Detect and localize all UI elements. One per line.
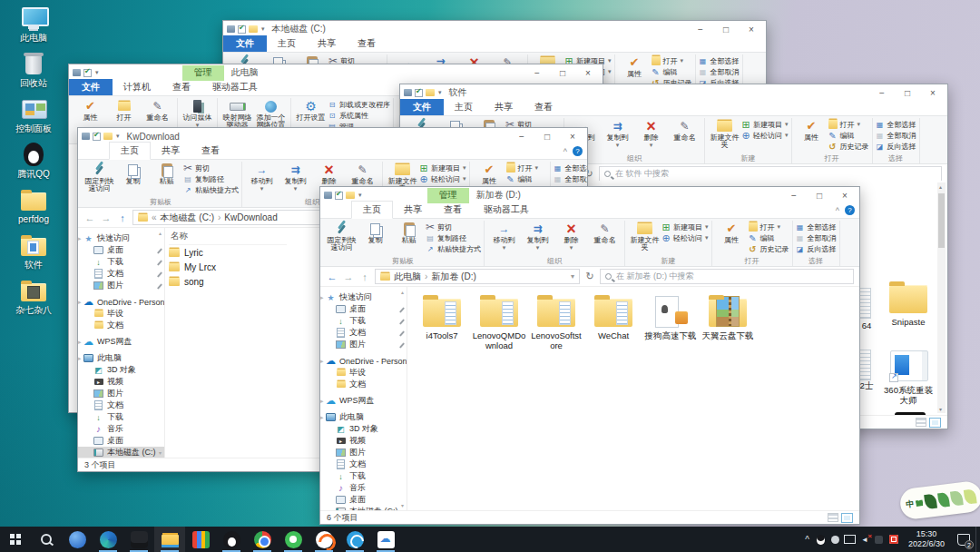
- show-desktop-button[interactable]: [975, 527, 980, 552]
- ribbon-button[interactable]: 删除: [554, 221, 588, 251]
- taskbar-app-button[interactable]: [309, 527, 339, 552]
- nav-item[interactable]: WPS网盘: [78, 336, 164, 348]
- up-button[interactable]: ↑: [358, 271, 371, 282]
- nav-item[interactable]: 毕设: [320, 367, 407, 379]
- nav-item[interactable]: 文档: [320, 327, 407, 339]
- nav-item[interactable]: 文档: [320, 458, 407, 470]
- ribbon-menu-item[interactable]: 全部选择: [554, 163, 587, 173]
- nav-item[interactable]: 快速访问: [320, 291, 407, 303]
- ribbon-button[interactable]: 属性: [618, 54, 652, 78]
- taskbar-search-button[interactable]: [31, 527, 62, 552]
- ribbon-button[interactable]: 重命名: [668, 118, 701, 149]
- details-view-icon[interactable]: [828, 513, 838, 522]
- column-header-name[interactable]: 名称: [169, 228, 287, 245]
- taskbar-app-button[interactable]: [370, 527, 401, 552]
- close-button[interactable]: ×: [560, 129, 585, 144]
- taskbar-app-button[interactable]: [123, 527, 154, 552]
- file-item[interactable]: LenovoQMDownload: [472, 294, 526, 351]
- close-button[interactable]: ×: [739, 22, 764, 37]
- sidebar-scrollbar[interactable]: [399, 287, 407, 510]
- ribbon-tab[interactable]: 主页: [267, 35, 307, 52]
- ribbon-button[interactable]: 复制到: [521, 221, 554, 251]
- nav-item[interactable]: 下载: [78, 256, 164, 268]
- ribbon-button[interactable]: 固定到快速访问: [325, 221, 358, 252]
- minimize-button[interactable]: −: [869, 85, 895, 101]
- chevron-down-icon[interactable]: ▾: [261, 25, 265, 33]
- ribbon-button[interactable]: 属性: [715, 221, 749, 244]
- ribbon-button[interactable]: 新建文件夹: [708, 118, 741, 150]
- taskbar-app-button[interactable]: [339, 527, 370, 552]
- close-button[interactable]: ×: [832, 188, 858, 203]
- chevron-down-icon[interactable]: ▾: [358, 192, 362, 199]
- back-button[interactable]: ←: [83, 212, 96, 223]
- quick-access-toolbar[interactable]: ▾: [324, 192, 362, 200]
- ribbon-menu-item[interactable]: 打开: [749, 222, 789, 232]
- taskbar-app-button[interactable]: [185, 527, 216, 552]
- ribbon-tab[interactable]: 查看: [524, 99, 564, 115]
- search-input[interactable]: 在 新加卷 (D:) 中搜索: [600, 269, 854, 284]
- file-item[interactable]: [858, 350, 871, 380]
- tray-icon[interactable]: [858, 527, 872, 552]
- tray-icon[interactable]: [843, 527, 858, 552]
- taskbar-app-button[interactable]: [154, 527, 185, 552]
- ribbon-tab[interactable]: 查看: [433, 202, 473, 218]
- taskbar-clock[interactable]: 15:30 2022/6/30: [901, 529, 952, 550]
- ribbon-tab[interactable]: 查看: [191, 143, 230, 159]
- ribbon-menu-item[interactable]: 系统属性: [328, 110, 390, 121]
- ribbon-menu-item[interactable]: 轻松访问: [662, 232, 709, 243]
- ribbon-tab[interactable]: 主页: [351, 201, 393, 219]
- maximize-button[interactable]: □: [895, 85, 920, 101]
- nav-item[interactable]: 桌面: [320, 494, 407, 506]
- nav-item[interactable]: OneDrive - Personal: [320, 355, 407, 367]
- nav-item[interactable]: 本地磁盘 (C:): [78, 447, 164, 458]
- ribbon-tab[interactable]: 主页: [109, 142, 151, 160]
- ribbon-menu-item[interactable]: 编辑: [828, 130, 869, 141]
- tray-icon[interactable]: [828, 527, 843, 552]
- ribbon-tab[interactable]: 共享: [151, 143, 191, 159]
- nav-item[interactable]: 文档: [320, 379, 407, 390]
- ribbon-menu-item[interactable]: 全部选择: [796, 222, 837, 232]
- chevron-down-icon[interactable]: ▾: [95, 69, 99, 76]
- ribbon-button[interactable]: 访问媒体: [181, 98, 214, 129]
- nav-item[interactable]: 此电脑: [78, 352, 164, 364]
- nav-item[interactable]: 图片: [78, 280, 164, 291]
- desktop-icon[interactable]: 控制面板: [4, 96, 64, 133]
- nav-item[interactable]: 图片: [320, 447, 407, 458]
- desktop-icon[interactable]: 软件: [4, 232, 64, 270]
- ribbon-tab[interactable]: 文件: [400, 99, 444, 115]
- ribbon-button[interactable]: 固定到快速访问: [83, 162, 116, 193]
- breadcrumb-overflow[interactable]: «: [152, 212, 157, 222]
- chevron-down-icon[interactable]: ▾: [116, 133, 120, 140]
- forward-button[interactable]: →: [100, 212, 113, 223]
- file-item[interactable]: Snipaste: [879, 281, 937, 328]
- desktop-icon[interactable]: 杂七杂八: [4, 278, 64, 315]
- nav-item[interactable]: 此电脑: [320, 411, 407, 423]
- nav-item[interactable]: 3D 对象: [320, 423, 407, 435]
- minimize-button[interactable]: −: [781, 188, 807, 203]
- vertical-scrollbar[interactable]: [937, 182, 946, 413]
- manage-contextual-tab[interactable]: 管理: [427, 188, 469, 203]
- nav-item[interactable]: 文档: [78, 268, 164, 280]
- ribbon-button[interactable]: 移动到: [487, 221, 521, 251]
- ribbon-button[interactable]: 复制到: [601, 118, 634, 149]
- ribbon-menu-item[interactable]: 粘贴快捷方式: [183, 184, 239, 195]
- ribbon-menu-item[interactable]: 卸载或更改程序: [328, 99, 390, 110]
- thumbnail-view-icon[interactable]: [841, 513, 853, 523]
- close-button[interactable]: ×: [575, 65, 601, 81]
- forward-button[interactable]: →: [342, 271, 355, 282]
- ribbon-tab[interactable]: 文件: [69, 79, 113, 95]
- ribbon-button[interactable]: 属性: [795, 118, 828, 142]
- help-icon[interactable]: ?: [573, 146, 583, 156]
- breadcrumb-item[interactable]: 新加卷 (D:): [431, 271, 479, 283]
- nav-item[interactable]: 下载: [320, 315, 407, 327]
- ribbon-menu-item[interactable]: 全部取消: [554, 173, 587, 184]
- manage-contextual-tab[interactable]: 管理: [182, 65, 224, 81]
- nav-item[interactable]: 桌面: [320, 303, 407, 315]
- tray-overflow-chevron[interactable]: ^: [800, 535, 814, 545]
- quick-access-toolbar[interactable]: ▾: [82, 133, 120, 141]
- ribbon-menu-item[interactable]: 打开: [652, 55, 692, 66]
- ribbon-menu-item[interactable]: 全部取消: [699, 66, 740, 77]
- ribbon-tab[interactable]: 共享: [393, 202, 433, 218]
- file-item[interactable]: i4Tools7: [415, 294, 469, 351]
- back-button[interactable]: ←: [326, 271, 338, 282]
